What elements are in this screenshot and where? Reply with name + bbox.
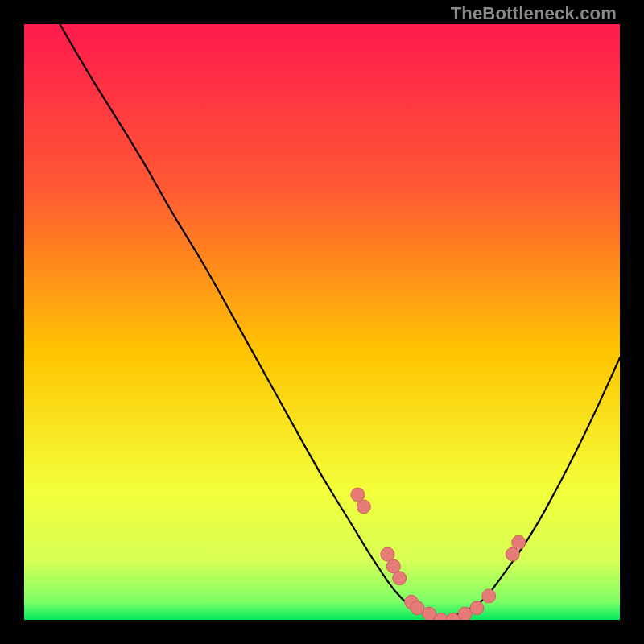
data-marker: [482, 589, 496, 603]
data-marker: [423, 607, 436, 620]
data-marker: [470, 601, 484, 615]
watermark-text: TheBottleneck.com: [451, 3, 617, 24]
data-marker: [512, 535, 526, 549]
data-marker: [393, 572, 407, 585]
data-marker: [357, 500, 370, 514]
chart-frame: [24, 24, 620, 620]
bottleneck-plot: [24, 24, 620, 620]
